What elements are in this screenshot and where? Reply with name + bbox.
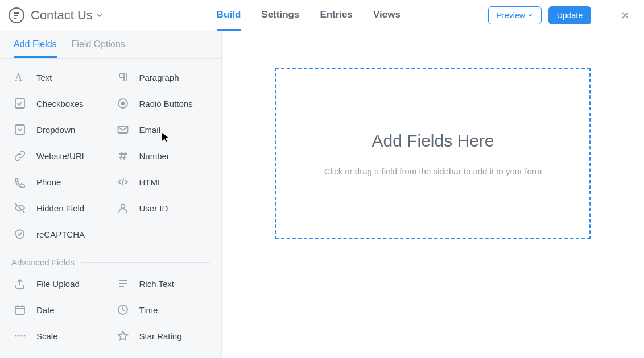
recaptcha-icon <box>14 228 26 240</box>
field-label: Date <box>36 305 55 315</box>
field-link[interactable]: Website/URL <box>8 143 111 169</box>
form-title-dropdown[interactable]: Contact Us <box>31 8 103 23</box>
link-icon <box>14 149 26 162</box>
sidebar-tab-add-fields[interactable]: Add Fields <box>14 39 57 58</box>
app-logo <box>7 6 26 25</box>
field-time[interactable]: Time <box>111 297 214 323</box>
field-star[interactable]: Star Rating <box>111 323 214 349</box>
main-nav: BuildSettingsEntriesViews <box>217 0 401 31</box>
field-scale[interactable]: Scale <box>8 323 111 349</box>
field-email[interactable]: Email <box>111 116 214 143</box>
field-label: Paragraph <box>139 73 179 82</box>
field-label: User ID <box>139 203 168 213</box>
field-date[interactable]: Date <box>8 297 111 323</box>
tab-settings[interactable]: Settings <box>261 0 299 31</box>
field-label: Time <box>139 305 158 315</box>
user-icon <box>117 202 129 214</box>
field-label: Rich Text <box>139 279 174 289</box>
field-hash[interactable]: Number <box>111 143 214 169</box>
sidebar: Add FieldsField Options TextParagraphChe… <box>0 31 222 358</box>
field-user[interactable]: User ID <box>111 195 214 221</box>
field-label: Number <box>139 151 170 161</box>
dropdown-icon <box>14 123 26 136</box>
radio-icon <box>117 97 129 110</box>
field-text[interactable]: Text <box>8 64 111 90</box>
fields-panel[interactable]: TextParagraphCheckboxesRadio ButtonsDrop… <box>0 59 221 358</box>
form-canvas[interactable]: Add Fields Here Click or drag a field fr… <box>222 31 644 358</box>
field-label: Text <box>36 73 52 82</box>
preview-label: Preview <box>497 11 525 20</box>
dropzone[interactable]: Add Fields Here Click or drag a field fr… <box>275 68 591 239</box>
field-label: Website/URL <box>36 151 86 161</box>
field-label: Radio Buttons <box>139 99 193 109</box>
checkbox-icon <box>14 97 26 110</box>
close-button[interactable] <box>617 7 634 24</box>
close-icon <box>620 10 630 20</box>
star-icon <box>117 330 129 342</box>
field-label: Email <box>139 125 161 135</box>
richtext-icon <box>117 277 129 290</box>
tab-views[interactable]: Views <box>373 0 401 31</box>
tab-entries[interactable]: Entries <box>320 0 353 31</box>
svg-rect-16 <box>14 18 16 19</box>
date-icon <box>14 303 26 316</box>
field-hidden[interactable]: Hidden Field <box>8 195 111 221</box>
field-recaptcha[interactable]: reCAPTCHA <box>8 221 111 247</box>
field-paragraph[interactable]: Paragraph <box>111 64 214 90</box>
field-label: HTML <box>139 177 163 187</box>
advanced-fields-heading: Advanced Fields <box>11 257 210 267</box>
header-actions: Preview Update <box>488 4 634 27</box>
field-label: Star Rating <box>139 331 182 341</box>
hidden-icon <box>14 202 26 214</box>
upload-icon <box>14 277 26 290</box>
field-label: File Upload <box>36 279 80 289</box>
chevron-down-icon <box>527 13 533 18</box>
svg-rect-14 <box>14 12 19 14</box>
field-checkbox[interactable]: Checkboxes <box>8 90 111 116</box>
email-icon <box>117 123 129 136</box>
preview-button[interactable]: Preview <box>488 6 542 24</box>
top-bar: Contact Us BuildSettingsEntriesViews Pre… <box>0 0 644 31</box>
field-html[interactable]: HTML <box>111 169 214 195</box>
text-icon <box>14 71 26 84</box>
time-icon <box>117 303 129 316</box>
advanced-fields-grid: File UploadRich TextDateTimeScaleStar Ra… <box>8 270 213 349</box>
tab-build[interactable]: Build <box>217 0 241 31</box>
update-label: Update <box>557 11 583 20</box>
scale-icon <box>14 330 26 342</box>
basic-fields-grid: TextParagraphCheckboxesRadio ButtonsDrop… <box>8 64 213 247</box>
field-radio[interactable]: Radio Buttons <box>111 90 214 116</box>
chevron-down-icon <box>96 12 103 19</box>
field-richtext[interactable]: Rich Text <box>111 270 214 297</box>
workspace: Add FieldsField Options TextParagraphChe… <box>0 31 644 358</box>
advanced-fields-label: Advanced Fields <box>11 257 75 267</box>
hash-icon <box>117 149 129 162</box>
update-button[interactable]: Update <box>548 6 591 24</box>
field-label: Checkboxes <box>36 99 84 109</box>
html-icon <box>117 176 129 188</box>
svg-rect-15 <box>14 15 18 16</box>
field-upload[interactable]: File Upload <box>8 270 111 297</box>
field-phone[interactable]: Phone <box>8 169 111 195</box>
dropzone-hint: Click or drag a field from the sidebar t… <box>324 166 542 176</box>
dropzone-heading: Add Fields Here <box>371 131 494 151</box>
divider <box>81 262 210 263</box>
field-label: Dropdown <box>36 125 75 135</box>
form-title: Contact Us <box>31 8 93 23</box>
field-dropdown[interactable]: Dropdown <box>8 116 111 143</box>
phone-icon <box>14 176 26 188</box>
field-label: Hidden Field <box>36 203 84 213</box>
divider <box>605 4 605 27</box>
field-label: reCAPTCHA <box>36 230 85 239</box>
sidebar-tabs: Add FieldsField Options <box>0 31 221 59</box>
field-label: Scale <box>36 331 58 341</box>
field-label: Phone <box>36 177 61 187</box>
paragraph-icon <box>117 71 129 84</box>
sidebar-tab-field-options[interactable]: Field Options <box>72 39 125 58</box>
